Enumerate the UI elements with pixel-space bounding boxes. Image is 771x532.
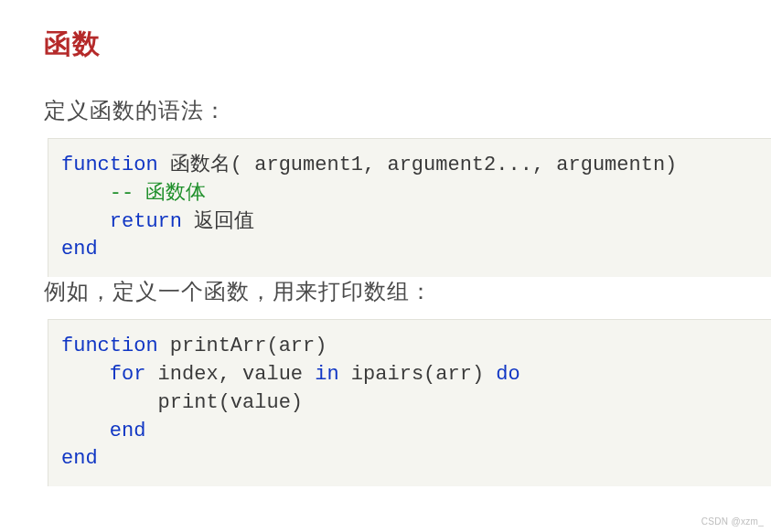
code-keyword: in — [315, 363, 338, 386]
code-text: ipairs(arr) — [339, 363, 497, 386]
code-keyword: end — [61, 447, 98, 470]
code-keyword: function — [61, 154, 158, 176]
code-text: index, value — [145, 363, 315, 386]
code-keyword: for — [110, 363, 146, 386]
intro-text-example: 例如，定义一个函数，用来打印数组： — [44, 277, 771, 306]
page-title: 函数 — [44, 26, 771, 63]
intro-text-syntax: 定义函数的语法： — [44, 96, 771, 125]
code-text: 返回值 — [182, 210, 254, 233]
code-text: 函数名( argument1, argument2..., argumentn) — [158, 154, 678, 176]
code-keyword: return — [61, 210, 182, 233]
watermark: CSDN @xzm_ — [701, 516, 764, 527]
code-keyword: end — [110, 420, 146, 442]
code-keyword: do — [496, 363, 519, 386]
code-keyword: end — [61, 238, 98, 261]
code-comment: -- 函数体 — [61, 182, 206, 205]
code-text: print(value) — [61, 391, 303, 414]
code-block-syntax: function 函数名( argument1, argument2..., a… — [48, 138, 771, 277]
code-text: printArr(arr) — [158, 335, 327, 357]
code-text — [61, 363, 110, 386]
code-block-example: function printArr(arr) for index, value … — [48, 319, 771, 486]
code-text — [61, 420, 110, 442]
code-keyword: function — [61, 335, 158, 357]
